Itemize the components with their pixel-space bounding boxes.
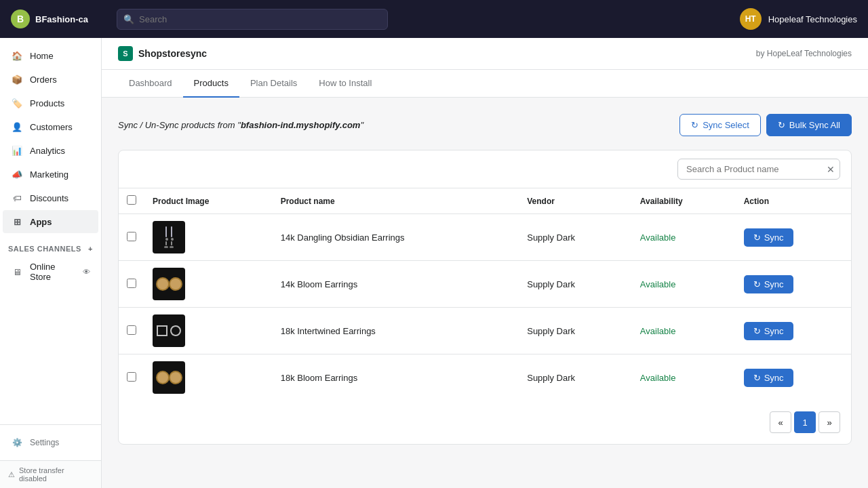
pagination-next[interactable]: » [818, 411, 840, 433]
sidebar-item-home[interactable]: 🏠 Home [3, 44, 98, 67]
app-name: Shopstoresync [138, 48, 207, 59]
clear-search-button[interactable]: ✕ [827, 164, 835, 175]
sidebar-item-customers[interactable]: 👤 Customers [3, 115, 98, 138]
sidebar: 🏠 Home 📦 Orders 🏷️ Products 👤 Customers … [0, 38, 102, 488]
row-availability: Available [632, 261, 736, 308]
discounts-icon: 🏷 [11, 192, 23, 204]
app-title: S Shopstoresync [118, 46, 207, 61]
orders-icon: 📦 [11, 73, 23, 85]
pagination-prev[interactable]: « [770, 411, 791, 433]
sidebar-item-marketing[interactable]: 📣 Marketing [3, 163, 98, 186]
transfer-bar: ⚠ Store transfer disabled [0, 460, 101, 488]
sidebar-item-products[interactable]: 🏷️ Products [3, 92, 98, 115]
tab-dashboard[interactable]: Dashboard [118, 70, 183, 98]
sidebar-item-orders[interactable]: 📦 Orders [3, 68, 98, 91]
sync-title: Sync / Un-Sync products from "bfashion-i… [118, 120, 363, 130]
search-input[interactable] [117, 9, 388, 30]
store-logo-icon: B [11, 9, 30, 28]
topbar: B BFashion-ca 🔍 HT Hopeleaf Technologies [0, 0, 868, 38]
row-availability: Available [632, 214, 736, 261]
topbar-right: HT Hopeleaf Technologies [740, 8, 857, 30]
tab-plan-details[interactable]: Plan Details [239, 70, 308, 98]
sync-row-button[interactable]: ↻ Sync [744, 369, 793, 387]
row-checkbox-cell [119, 308, 144, 354]
main-content: S Shopstoresync by HopeLeaf Technologies… [102, 38, 868, 488]
header-checkbox-cell [119, 188, 144, 214]
row-availability: Available [632, 308, 736, 354]
sync-select-icon: ↻ [691, 120, 698, 130]
header-product-name: Product name [273, 188, 519, 214]
sidebar-item-apps[interactable]: ⊞ Apps [3, 210, 98, 233]
row-checkbox-cell [119, 354, 144, 401]
customers-icon: 👤 [11, 121, 23, 133]
row-action: ↻ Sync [736, 214, 851, 261]
sync-row-button[interactable]: ↻ Sync [744, 228, 793, 247]
pagination: « 1 » [119, 401, 851, 444]
channels-section: SALES CHANNELS + [0, 239, 101, 256]
sidebar-item-analytics[interactable]: 📊 Analytics [3, 139, 98, 162]
tab-products[interactable]: Products [183, 70, 239, 98]
availability-badge: Available [640, 279, 676, 289]
row-checkbox[interactable] [127, 232, 136, 241]
table-body: 14k Dangling Obsidian Earrings Supply Da… [119, 214, 851, 401]
row-vendor: Supply Dark [519, 308, 632, 354]
bulk-sync-all-button[interactable]: ↻ Bulk Sync All [766, 114, 852, 136]
app-logo: S [118, 46, 133, 61]
search-row: ✕ [119, 150, 851, 188]
product-table-card: ✕ Product Image Product name Vendor [118, 150, 852, 445]
sync-btn-icon: ↻ [753, 279, 761, 289]
online-store-eye-icon: 👁 [83, 268, 90, 276]
sync-btn-icon: ↻ [753, 232, 761, 243]
tab-how-to-install[interactable]: How to Install [308, 70, 382, 98]
row-checkbox-cell [119, 214, 144, 261]
sync-row-button[interactable]: ↻ Sync [744, 322, 793, 340]
row-product-name: 14k Bloom Earrings [273, 261, 519, 308]
availability-badge: Available [640, 326, 676, 336]
products-table: Product Image Product name Vendor Availa… [119, 188, 851, 401]
select-all-checkbox[interactable] [127, 195, 136, 205]
header-availability: Availability [632, 188, 736, 214]
content-area: Sync / Un-Sync products from "bfashion-i… [102, 98, 868, 461]
table-row: 18k Intertwined Earrings Supply Dark Ava… [119, 308, 851, 354]
row-checkbox[interactable] [127, 279, 136, 288]
row-availability: Available [632, 354, 736, 401]
sidebar-bottom: ⚙️ Settings [0, 424, 101, 460]
sync-select-button[interactable]: ↻ Sync Select [679, 114, 761, 136]
table-row: 14k Bloom Earrings Supply Dark Available… [119, 261, 851, 308]
search-area: 🔍 [117, 9, 388, 30]
row-checkbox[interactable] [127, 325, 136, 335]
row-checkbox[interactable] [127, 372, 136, 382]
product-search-input[interactable] [677, 159, 840, 180]
table-row: 14k Dangling Obsidian Earrings Supply Da… [119, 214, 851, 261]
sync-row-button[interactable]: ↻ Sync [744, 275, 793, 293]
row-product-name: 18k Intertwined Earrings [273, 308, 519, 354]
availability-badge: Available [640, 373, 676, 383]
sync-btn-icon: ↻ [753, 326, 761, 336]
row-action: ↻ Sync [736, 308, 851, 354]
marketing-icon: 📣 [11, 168, 23, 180]
row-vendor: Supply Dark [519, 354, 632, 401]
store-name: BFashion-ca [35, 14, 88, 24]
header-product-image: Product Image [144, 188, 273, 214]
sync-btn-icon: ↻ [753, 373, 761, 383]
row-product-image [144, 354, 273, 401]
row-product-image [144, 308, 273, 354]
pagination-current[interactable]: 1 [794, 411, 816, 433]
sync-header: Sync / Un-Sync products from "bfashion-i… [118, 114, 852, 136]
store-logo-area: B BFashion-ca [11, 9, 106, 28]
btn-group: ↻ Sync Select ↻ Bulk Sync All [679, 114, 852, 136]
sidebar-item-discounts[interactable]: 🏷 Discounts [3, 186, 98, 209]
app-by-label: by HopeLeaf Technologies [756, 49, 852, 58]
row-vendor: Supply Dark [519, 261, 632, 308]
row-action: ↻ Sync [736, 261, 851, 308]
settings-icon: ⚙️ [11, 436, 23, 449]
sidebar-item-online-store[interactable]: 🖥 Online Store 👁 [3, 256, 98, 287]
row-product-name: 18k Bloom Earrings [273, 354, 519, 401]
header-action: Action [736, 188, 851, 214]
sidebar-item-settings[interactable]: ⚙️ Settings [3, 431, 98, 454]
products-icon: 🏷️ [11, 97, 23, 109]
row-product-image [144, 261, 273, 308]
apps-icon: ⊞ [11, 216, 23, 228]
add-channel-button[interactable]: + [88, 245, 93, 253]
bulk-sync-icon: ↻ [778, 120, 785, 130]
